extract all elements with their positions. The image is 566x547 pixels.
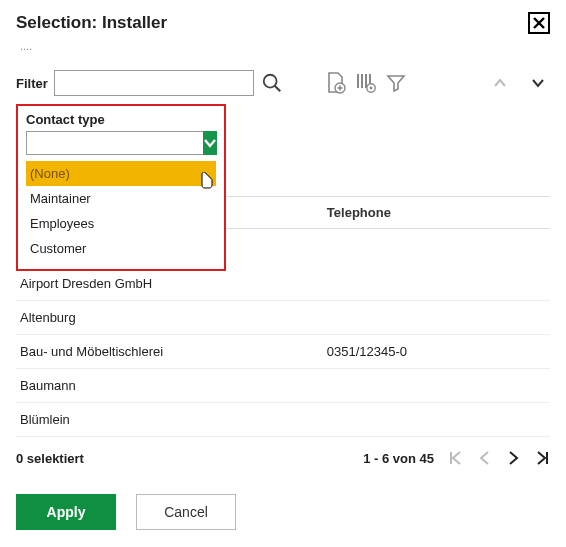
selection-count: 0 selektiert (16, 451, 84, 466)
cell-telephone (327, 276, 546, 291)
cell-telephone (327, 310, 546, 325)
first-page-icon (448, 450, 464, 466)
barcode-gear-icon (355, 72, 377, 94)
table-row[interactable]: Baumann (16, 369, 550, 403)
dropdown-option-customer[interactable]: Customer (26, 236, 216, 261)
filter-input[interactable] (54, 70, 254, 96)
cell-name: Blümlein (20, 412, 327, 427)
cell-telephone (327, 412, 546, 427)
close-icon (532, 16, 546, 30)
chevron-down-icon (531, 76, 545, 90)
funnel-icon (386, 73, 406, 93)
chevron-down-icon (203, 136, 217, 150)
contact-type-input[interactable] (26, 131, 203, 155)
contact-type-label: Contact type (26, 112, 216, 127)
cell-name: Bau- und Möbeltischlerei (20, 344, 327, 359)
apply-button[interactable]: Apply (16, 494, 116, 530)
contact-type-dropdown-list: (None) Maintainer Employees Customer (26, 161, 216, 261)
dropdown-option-maintainer[interactable]: Maintainer (26, 186, 216, 211)
filter-bar: Filter (16, 70, 550, 96)
pager-first-button[interactable] (448, 450, 464, 466)
dialog-button-row: Apply Cancel (16, 494, 236, 530)
document-plus-icon (326, 72, 346, 94)
add-filter-button[interactable] (324, 71, 348, 95)
svg-rect-8 (361, 74, 363, 88)
chevron-right-icon (506, 450, 520, 466)
svg-point-12 (369, 87, 372, 90)
table-row[interactable]: Altenburg (16, 301, 550, 335)
cell-telephone: 0351/12345-0 (327, 344, 546, 359)
dialog-title: Selection: Installer (16, 13, 167, 33)
column-settings-button[interactable] (354, 71, 378, 95)
svg-rect-7 (357, 74, 359, 88)
contact-type-panel: Contact type (None) Maintainer Employees… (16, 104, 226, 271)
breadcrumb: .... (16, 40, 550, 58)
pager-next-button[interactable] (506, 450, 520, 466)
table-footer: 0 selektiert 1 - 6 von 45 (16, 450, 550, 466)
last-page-icon (534, 450, 550, 466)
collapse-button[interactable] (488, 71, 512, 95)
svg-point-2 (264, 75, 277, 88)
svg-line-3 (275, 86, 281, 92)
table-row[interactable]: Airport Dresden GmbH (16, 267, 550, 301)
search-icon (261, 72, 283, 94)
chevron-left-icon (478, 450, 492, 466)
dropdown-option-employees[interactable]: Employees (26, 211, 216, 236)
cell-name: Airport Dresden GmbH (20, 276, 327, 291)
contact-type-dropdown-button[interactable] (203, 131, 217, 155)
column-header-telephone[interactable]: Telephone (327, 205, 546, 220)
cancel-button[interactable]: Cancel (136, 494, 236, 530)
pager: 1 - 6 von 45 (363, 450, 550, 466)
cell-name: Baumann (20, 378, 327, 393)
table-row[interactable]: Blümlein (16, 403, 550, 437)
cell-telephone (327, 378, 546, 393)
close-button[interactable] (528, 12, 550, 34)
chevron-up-icon (493, 76, 507, 90)
pager-prev-button[interactable] (478, 450, 492, 466)
contact-type-combobox[interactable] (26, 131, 216, 155)
search-button[interactable] (260, 71, 284, 95)
pager-last-button[interactable] (534, 450, 550, 466)
page-range: 1 - 6 von 45 (363, 451, 434, 466)
dropdown-option-none[interactable]: (None) (26, 161, 216, 186)
table-row[interactable]: Bau- und Möbeltischlerei 0351/12345-0 (16, 335, 550, 369)
filter-funnel-button[interactable] (384, 71, 408, 95)
filter-label: Filter (16, 76, 48, 91)
dialog-header: Selection: Installer (16, 12, 550, 34)
expand-button[interactable] (526, 71, 550, 95)
cell-name: Altenburg (20, 310, 327, 325)
